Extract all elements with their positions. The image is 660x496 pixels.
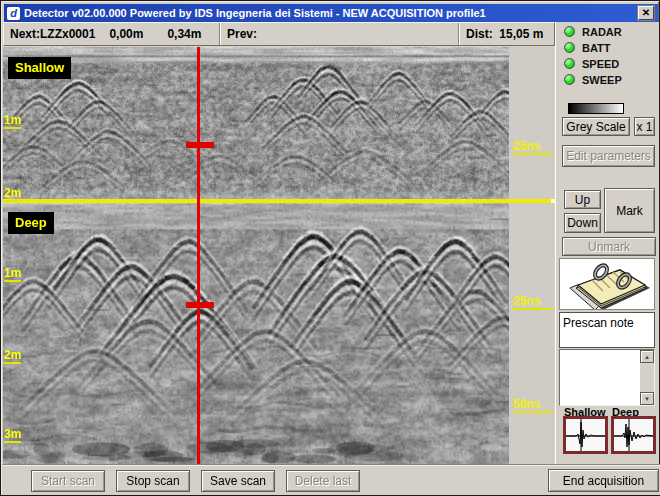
cursor-tick-shallow — [186, 142, 214, 148]
cursor-tick-deep — [186, 302, 214, 308]
dist-section: Dist: 15,05 m — [458, 23, 554, 45]
indicator-radar: RADAR — [564, 25, 622, 38]
next-label: Next:LZZx0001 — [10, 27, 95, 41]
dist-label: Dist: 15,05 m — [466, 27, 543, 41]
down-button[interactable]: Down — [564, 213, 601, 233]
speed-led-label: SPEED — [582, 58, 619, 70]
scrollbar[interactable]: ▲ ▼ — [640, 350, 654, 405]
grey-scale-button[interactable]: Grey Scale — [562, 117, 630, 136]
cursor-line[interactable] — [197, 47, 200, 465]
title-bar: d Detector v02.00.000 Powered by IDS Ing… — [4, 4, 658, 22]
indicator-speed: SPEED — [564, 57, 619, 70]
info-bar: Next:LZZx00010,00m0,34m Prev: Dist: 15,0… — [3, 22, 555, 46]
shallow-waveform-thumb[interactable] — [563, 416, 608, 454]
zoom-x1-button[interactable]: x 1 — [634, 117, 655, 136]
indicator-batt: BATT — [564, 41, 611, 54]
panel-divider-line — [3, 199, 551, 203]
depth-mark: 3m — [4, 428, 21, 443]
edit-parameters-button[interactable]: Edit parameters — [562, 145, 655, 167]
prescan-note-box[interactable]: Prescan note — [559, 312, 655, 348]
deep-waveform-thumb[interactable] — [611, 416, 656, 454]
next-value: 0,00m — [109, 27, 143, 41]
start-scan-button[interactable]: Start scan — [31, 470, 105, 492]
sweep-led-label: SWEEP — [582, 74, 622, 86]
up-button[interactable]: Up — [564, 190, 601, 209]
stop-scan-button[interactable]: Stop scan — [116, 470, 190, 492]
bottom-bar: Start scan Stop scan Save scan Delete la… — [2, 465, 660, 495]
time-mark: 50ns — [513, 398, 553, 413]
deep-waveform-icon — [614, 419, 653, 451]
app-window: d Detector v02.00.000 Powered by IDS Ing… — [0, 0, 660, 496]
next-value2: 0,34m — [167, 27, 201, 41]
close-icon[interactable]: ✕ — [638, 6, 654, 20]
depth-mark: 2m — [4, 187, 21, 202]
depth-mark: 1m — [4, 114, 21, 129]
speed-led-icon — [564, 58, 575, 69]
time-mark: 25ns — [513, 295, 553, 310]
depth-mark: 1m — [4, 267, 21, 282]
app-icon: d — [7, 7, 20, 20]
sidebar: RADAR BATT SPEED SWEEP Grey Scale x 1 Ed… — [555, 22, 659, 465]
batt-led-icon — [564, 42, 575, 53]
prescan-note-panel[interactable] — [559, 258, 655, 310]
shallow-panel-label: Shallow — [8, 57, 71, 79]
window-title: Detector v02.00.000 Powered by IDS Ingeg… — [24, 7, 486, 19]
deep-panel-label: Deep — [8, 212, 54, 234]
save-scan-button[interactable]: Save scan — [201, 470, 275, 492]
depth-mark: 2m — [4, 349, 21, 364]
scroll-down-icon[interactable]: ▼ — [640, 392, 654, 405]
radargram-canvas[interactable] — [3, 47, 509, 465]
indicator-sweep: SWEEP — [564, 73, 622, 86]
radar-display: Shallow Deep 1m 2m 1m 2m 3m 25ns 25ns 50… — [3, 47, 554, 465]
time-mark: 25ns — [513, 140, 553, 155]
prev-label: Prev: — [227, 27, 257, 41]
unmark-button[interactable]: Unmark — [562, 237, 656, 256]
radar-led-label: RADAR — [582, 26, 622, 38]
mark-button[interactable]: Mark — [604, 188, 655, 233]
greyscale-gradient-bar — [568, 103, 624, 114]
end-acquisition-button[interactable]: End acquisition — [548, 469, 659, 492]
note-list-box[interactable]: ▲ ▼ — [559, 349, 655, 406]
next-section: Next:LZZx00010,00m0,34m — [4, 23, 219, 45]
scroll-up-icon[interactable]: ▲ — [640, 350, 654, 363]
notebook-icon — [560, 259, 654, 309]
shallow-waveform-icon — [566, 419, 605, 451]
batt-led-label: BATT — [582, 42, 611, 54]
radar-led-icon — [564, 26, 575, 37]
delete-last-button[interactable]: Delete last — [286, 470, 360, 492]
prev-section: Prev: — [219, 23, 458, 45]
sweep-led-icon — [564, 74, 575, 85]
